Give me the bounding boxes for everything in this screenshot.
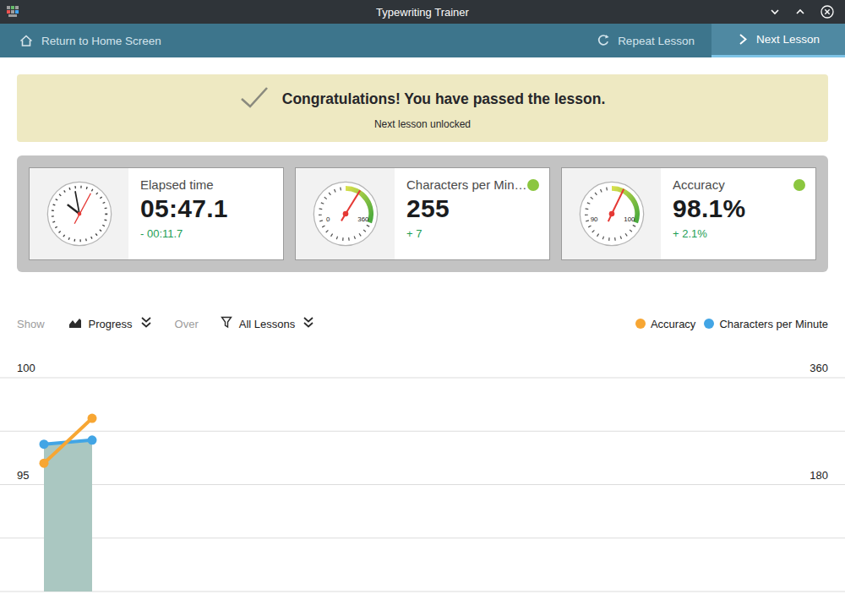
chart-legend: Accuracy Characters per Minute bbox=[635, 318, 828, 330]
double-chevron-down-icon bbox=[302, 316, 315, 331]
titlebar: Typewriting Trainer bbox=[0, 0, 845, 24]
stats-panel: Elapsed time 05:47.1 - 00:11.7 0 360 Cha… bbox=[17, 155, 828, 272]
legend-cpm: Characters per Minute bbox=[704, 318, 828, 330]
stat-delta: + 2.1% bbox=[673, 227, 804, 240]
stat-value: 05:47.1 bbox=[140, 194, 271, 223]
stat-value: 98.1% bbox=[673, 194, 804, 223]
stat-card-elapsed-time: Elapsed time 05:47.1 - 00:11.7 bbox=[29, 167, 284, 260]
filter-funnel-icon bbox=[221, 316, 232, 331]
next-lesson-label: Next Lesson bbox=[756, 33, 820, 46]
progress-dropdown[interactable]: Progress bbox=[68, 316, 153, 332]
next-lesson-button[interactable]: Next Lesson bbox=[711, 24, 845, 57]
banner-subtitle: Next lesson unlocked bbox=[374, 118, 471, 130]
legend-accuracy-label: Accuracy bbox=[651, 318, 695, 330]
chevron-up-icon bbox=[794, 6, 806, 18]
minimize-button[interactable] bbox=[769, 6, 781, 18]
lessons-dropdown-label: All Lessons bbox=[239, 318, 295, 330]
status-dot bbox=[793, 179, 805, 191]
svg-text:360: 360 bbox=[810, 362, 828, 374]
toolbar: Return to Home Screen Repeat Lesson Next… bbox=[0, 24, 845, 57]
chevron-right-icon bbox=[737, 33, 749, 46]
svg-text:100: 100 bbox=[17, 362, 35, 374]
show-label: Show bbox=[17, 318, 45, 330]
stat-delta: - 00:11.7 bbox=[140, 227, 271, 240]
clock-icon bbox=[30, 168, 128, 259]
stat-title: Accuracy bbox=[673, 177, 799, 192]
gauge-max-label: 360 bbox=[357, 215, 369, 223]
progress-chart: 10095360180 bbox=[0, 355, 845, 612]
gauge-min-label: 0 bbox=[325, 215, 330, 223]
lessons-dropdown[interactable]: All Lessons bbox=[221, 316, 315, 331]
svg-text:95: 95 bbox=[17, 469, 29, 482]
double-chevron-down-icon bbox=[139, 316, 153, 331]
app-icon[interactable] bbox=[6, 5, 19, 19]
gauge-min-label: 90 bbox=[590, 215, 597, 223]
repeat-icon bbox=[597, 34, 610, 47]
gauge-max-label: 100 bbox=[624, 215, 635, 223]
banner-title: Congratulations! You have passed the les… bbox=[282, 90, 606, 108]
repeat-lesson-label: Repeat Lesson bbox=[618, 35, 695, 47]
progress-dropdown-label: Progress bbox=[89, 318, 133, 330]
maximize-button[interactable] bbox=[794, 6, 806, 18]
status-dot bbox=[527, 179, 539, 191]
area-chart-icon bbox=[68, 316, 82, 332]
stat-delta: + 7 bbox=[406, 227, 537, 240]
speed-gauge-icon: 0 360 bbox=[296, 168, 395, 259]
close-circle-icon bbox=[820, 4, 835, 19]
svg-text:180: 180 bbox=[810, 469, 828, 482]
legend-cpm-label: Characters per Minute bbox=[719, 318, 828, 330]
success-banner: Congratulations! You have passed the les… bbox=[17, 74, 828, 142]
stat-value: 255 bbox=[406, 194, 537, 223]
return-home-button[interactable]: Return to Home Screen bbox=[0, 24, 178, 57]
chart-controls-row: Show Progress Over All Lessons Accu bbox=[17, 313, 828, 335]
stat-title: Elapsed time bbox=[140, 177, 267, 192]
check-icon bbox=[240, 86, 269, 112]
stat-title: Characters per Min… bbox=[406, 177, 533, 192]
over-label: Over bbox=[175, 318, 199, 330]
chevron-down-icon bbox=[769, 6, 781, 18]
return-home-label: Return to Home Screen bbox=[41, 35, 161, 47]
accuracy-legend-dot bbox=[635, 319, 646, 329]
stat-card-cpm: 0 360 Characters per Min… 255 + 7 bbox=[295, 167, 550, 260]
window-title: Typewriting Trainer bbox=[0, 6, 845, 19]
cpm-legend-dot bbox=[704, 319, 714, 329]
home-icon bbox=[19, 33, 34, 48]
legend-accuracy: Accuracy bbox=[635, 318, 695, 330]
repeat-lesson-button[interactable]: Repeat Lesson bbox=[580, 24, 711, 57]
accuracy-gauge-icon: 90 100 bbox=[562, 168, 661, 259]
close-button[interactable] bbox=[820, 4, 835, 19]
stat-card-accuracy: 90 100 Accuracy 98.1% + 2.1% bbox=[561, 167, 816, 260]
